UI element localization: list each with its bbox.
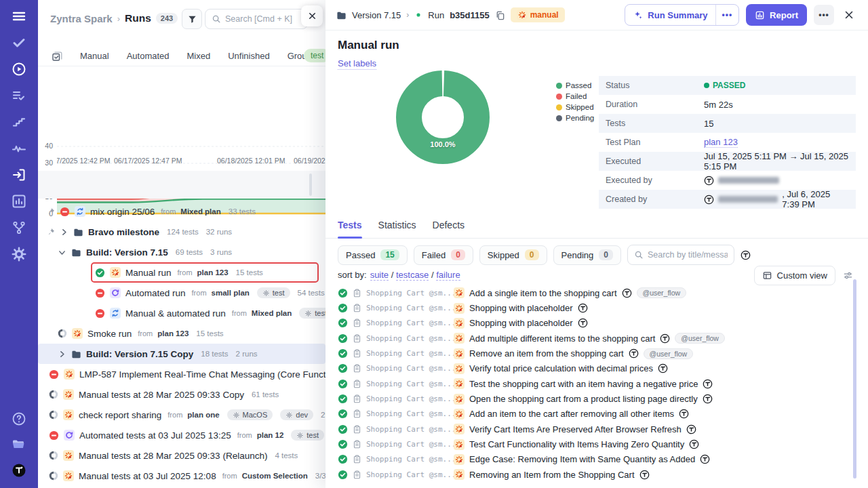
tab-automated[interactable]: Automated (127, 51, 170, 61)
test-row[interactable]: Shopping Cart @sm...Remove an item from … (338, 346, 853, 361)
run-list-item[interactable]: check report sharingfromplan oneMacOSdev… (38, 405, 326, 425)
plan-link[interactable]: Mixed plan (180, 207, 220, 216)
test-row[interactable]: Shopping Cart @sm...Test the shopping ca… (338, 376, 853, 391)
chev-right-icon[interactable] (60, 228, 68, 237)
list-check-icon[interactable] (11, 87, 27, 104)
play-circle-icon[interactable] (11, 61, 27, 77)
progress-status-icon (49, 410, 58, 420)
pin-icon[interactable] (47, 207, 55, 216)
pin-icon[interactable] (47, 228, 55, 236)
run-list-item[interactable]: Manual tests at 03 Jul 2025 12:08fromCus… (38, 466, 326, 486)
passed-status-icon (338, 303, 348, 313)
drawer-tab-statistics[interactable]: Statistics (378, 220, 416, 238)
set-labels-link[interactable]: Set labels (338, 58, 376, 70)
stopped-status-icon (60, 207, 70, 217)
more-actions-button[interactable]: ••• (814, 5, 834, 25)
run-list-item[interactable]: mix origin 25/06fromMixed plan33 tests (38, 201, 326, 222)
run-list-item[interactable]: Bravo milestone124 tests32 runs (38, 222, 326, 242)
tab-unfinished[interactable]: Unfinished (228, 51, 269, 61)
copy-icon[interactable] (495, 10, 505, 20)
run-name: check report sharing (79, 410, 161, 420)
run-list-item[interactable]: Automated runfromsmall plantest54 tests (38, 283, 326, 303)
plan-link[interactable]: Mixed plan (252, 309, 292, 317)
gear-icon[interactable] (11, 246, 27, 262)
logo-avatar-icon[interactable] (11, 462, 27, 479)
run-name: Automated run (125, 288, 186, 298)
version-folder-label[interactable]: Version 7.15 (352, 10, 401, 20)
run-list-item[interactable]: Smoke runfromplan 12315 tests (38, 323, 326, 344)
sort-link-testcase[interactable]: testcase (396, 270, 429, 281)
check-icon[interactable] (11, 35, 27, 51)
test-row[interactable]: Shopping Cart @sm...Shopping with placeh… (338, 316, 853, 331)
sparkles-icon (633, 10, 643, 20)
run-list-item[interactable]: Build: Version 7.15 Copy18 tests2 runs (38, 344, 326, 364)
sort-link-suite[interactable]: suite (370, 270, 389, 281)
run-list-item[interactable]: Manual & automated runfromMixed plantest… (38, 303, 326, 323)
drawer-tab-tests[interactable]: Tests (338, 220, 362, 238)
runs-panel-scrollbar[interactable] (309, 174, 312, 196)
drawer-scrollbar[interactable] (853, 279, 856, 479)
tests-search-input[interactable] (648, 250, 728, 260)
test-row[interactable]: Shopping Cart @sm...Test Cart Functional… (338, 436, 853, 451)
run-list-item[interactable]: Manual tests at 28 Mar 2025 09:33 Copy61… (38, 384, 326, 405)
drawer-tab-defects[interactable]: Defects (433, 220, 465, 238)
filter-chip-pending[interactable]: Pending0 (553, 245, 621, 265)
details-value: plan 123 (704, 137, 738, 148)
select-all-icon[interactable] (52, 51, 62, 62)
plan-link[interactable]: small plan (212, 289, 250, 297)
test-plan-link[interactable]: plan 123 (704, 137, 738, 148)
filter-chip-passed[interactable]: Passed15 (338, 245, 408, 265)
report-button[interactable]: Report (746, 4, 807, 26)
test-row[interactable]: Shopping Cart @sm...Removing an Item fro… (338, 467, 853, 482)
details-row: ExecutedJul 15, 2025 5:11 PM → Jul 15, 2… (599, 152, 856, 171)
test-row[interactable]: Shopping Cart @sm...Add a single item to… (338, 285, 853, 300)
branch-icon[interactable] (11, 220, 27, 236)
run-list-item[interactable]: Manual runfromplan 12315 tests (38, 262, 326, 283)
test-row[interactable]: Shopping Cart @sm...Verify Cart Items Ar… (338, 422, 853, 436)
sign-in-icon[interactable] (11, 167, 27, 183)
filter-button[interactable] (182, 9, 202, 29)
steps-icon[interactable] (11, 114, 27, 130)
test-row[interactable]: Shopping Cart @sm...Add an item to the c… (338, 407, 853, 422)
activity-icon[interactable] (11, 140, 27, 157)
test-row[interactable]: Shopping Cart @sm...Open the shopping ca… (338, 391, 853, 406)
menu-icon[interactable] (11, 8, 27, 24)
test-row[interactable]: Shopping Cart @sm...Edge Case: Removing … (338, 452, 853, 467)
assignee-avatar-icon[interactable] (741, 250, 751, 260)
sort-link-failure[interactable]: failure (436, 270, 460, 281)
run-list-item[interactable]: Manual tests at 28 Mar 2025 09:33 (Relau… (38, 445, 326, 466)
tab-mixed[interactable]: Mixed (187, 51, 211, 61)
help-icon[interactable] (11, 411, 27, 427)
plan-link[interactable]: plan 12 (257, 431, 284, 439)
runs-search-input[interactable] (225, 14, 301, 24)
drawer-close-button[interactable] (841, 7, 857, 23)
run-summary-button[interactable]: Run Summary ••• (625, 4, 739, 26)
run-list-item[interactable]: Automated tests at 03 Jul 2025 13:25from… (38, 425, 326, 445)
chart-box-icon[interactable] (11, 193, 27, 209)
test-row[interactable]: Shopping Cart @sm...Add multiple differe… (338, 331, 853, 346)
test-suite-name: Shopping Cart @sm... (366, 304, 449, 312)
chev-down-icon[interactable] (58, 248, 66, 257)
plan-link[interactable]: plan one (187, 411, 219, 419)
chev-right-icon[interactable] (58, 350, 66, 359)
plan-link[interactable]: Custom Selection (242, 472, 308, 480)
run-detail-drawer: Version 7.15 › Run b35d1155 manual Run S… (326, 0, 868, 488)
test-row[interactable]: Shopping Cart @sm...Verify total price c… (338, 361, 853, 376)
folder-open-icon[interactable] (11, 436, 27, 453)
filter-chip-skipped[interactable]: Skipped0 (479, 245, 547, 265)
test-row[interactable]: Shopping Cart @sm...Shopping with placeh… (338, 300, 853, 315)
run-summary-more-button[interactable]: ••• (715, 5, 739, 25)
plan-link[interactable]: plan 123 (197, 268, 229, 277)
sliders-icon[interactable] (843, 270, 853, 281)
run-list-item[interactable]: LMP-587 Implement Real-Time Chat Messagi… (38, 364, 326, 384)
custom-view-button[interactable]: Custom view (754, 266, 835, 285)
mixed-icon (75, 206, 85, 217)
test-title: Remove an item from the shopping cart (469, 348, 624, 359)
panel-close-button[interactable] (301, 5, 323, 26)
filter-chip-failed[interactable]: Failed0 (414, 245, 473, 265)
manual-icon (454, 303, 465, 314)
project-name[interactable]: Zyntra Spark (50, 13, 113, 24)
plan-link[interactable]: plan 123 (157, 329, 189, 338)
run-list-item[interactable]: Build: Version 7.1569 tests3 runs (38, 242, 326, 262)
tab-manual[interactable]: Manual (80, 51, 109, 61)
